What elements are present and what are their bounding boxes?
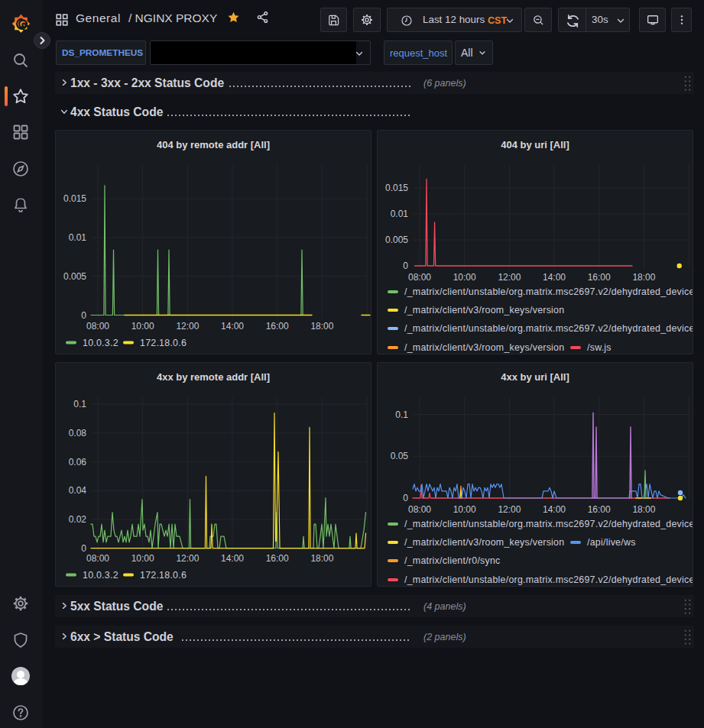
svg-text:16:00: 16:00 [266,321,289,332]
svg-text:0.04: 0.04 [69,485,87,496]
svg-text:0.01: 0.01 [69,232,87,243]
svg-text:/_matrix/client/unstable/org.m: /_matrix/client/unstable/org.matrix.msc2… [404,286,693,297]
svg-text:0: 0 [81,310,86,321]
svg-text:/sw.js: /sw.js [587,342,612,353]
svg-text:0.005: 0.005 [385,235,408,245]
svg-text:/_matrix/client/unstable/org.m: /_matrix/client/unstable/org.matrix.msc2… [404,323,693,334]
svg-text:12:00: 12:00 [176,553,199,564]
svg-text:/_matrix/client/unstable/org.m: /_matrix/client/unstable/org.matrix.msc2… [404,574,693,585]
svg-text:12:00: 12:00 [498,504,521,515]
svg-text:14:00: 14:00 [221,553,244,564]
svg-text:/api/live/ws: /api/live/ws [587,537,636,548]
svg-text:404 by uri [All]: 404 by uri [All] [501,139,569,150]
svg-text:0.08: 0.08 [69,428,87,438]
svg-text:172.18.0.6: 172.18.0.6 [140,570,187,581]
svg-text:/_matrix/client/v3/room_keys/v: /_matrix/client/v3/room_keys/version [404,342,564,353]
svg-text:/_matrix/client/v3/room_keys/v: /_matrix/client/v3/room_keys/version [404,305,564,315]
svg-text:14:00: 14:00 [543,272,566,283]
svg-text:08:00: 08:00 [408,504,431,515]
svg-text:0.1: 0.1 [395,409,408,420]
svg-text:/_matrix/client/unstable/org.m: /_matrix/client/unstable/org.matrix.msc2… [404,519,693,529]
svg-text:10.0.3.2: 10.0.3.2 [83,338,118,348]
svg-text:18:00: 18:00 [632,272,655,283]
svg-text:404 by remote addr [All]: 404 by remote addr [All] [157,139,270,150]
svg-text:10.0.3.2: 10.0.3.2 [83,570,118,581]
svg-text:08:00: 08:00 [86,321,109,332]
svg-text:16:00: 16:00 [588,272,611,283]
svg-text:10:00: 10:00 [131,321,154,332]
svg-text:4xx by uri [All]: 4xx by uri [All] [501,371,569,383]
svg-text:0: 0 [403,493,408,503]
svg-text:12:00: 12:00 [498,272,521,283]
svg-text:0.02: 0.02 [69,514,87,525]
svg-text:0.06: 0.06 [69,457,87,468]
svg-text:12:00: 12:00 [176,321,199,332]
svg-text:172.18.0.6: 172.18.0.6 [140,338,187,348]
svg-text:/_matrix/client/v3/room_keys/v: /_matrix/client/v3/room_keys/version [404,537,564,548]
svg-text:16:00: 16:00 [588,504,611,515]
svg-text:14:00: 14:00 [221,321,244,332]
svg-text:16:00: 16:00 [266,553,289,564]
svg-text:18:00: 18:00 [632,504,655,515]
svg-text:0.015: 0.015 [385,183,408,193]
svg-text:0.01: 0.01 [391,209,409,219]
svg-text:10:00: 10:00 [453,504,476,515]
svg-text:0.05: 0.05 [391,451,409,461]
svg-text:0.015: 0.015 [63,193,86,204]
svg-text:0.005: 0.005 [63,271,86,282]
svg-text:18:00: 18:00 [310,321,333,332]
svg-text:14:00: 14:00 [543,504,566,515]
svg-text:0: 0 [403,260,408,271]
svg-text:10:00: 10:00 [131,553,154,564]
svg-text:08:00: 08:00 [408,272,431,283]
svg-text:10:00: 10:00 [453,272,476,283]
svg-text:/_matrix/client/r0/sync: /_matrix/client/r0/sync [404,555,501,566]
svg-text:0.1: 0.1 [73,399,86,409]
svg-text:08:00: 08:00 [86,553,109,564]
svg-text:0: 0 [81,543,86,554]
svg-text:18:00: 18:00 [310,553,333,564]
svg-text:4xx by remote addr [All]: 4xx by remote addr [All] [157,371,270,383]
